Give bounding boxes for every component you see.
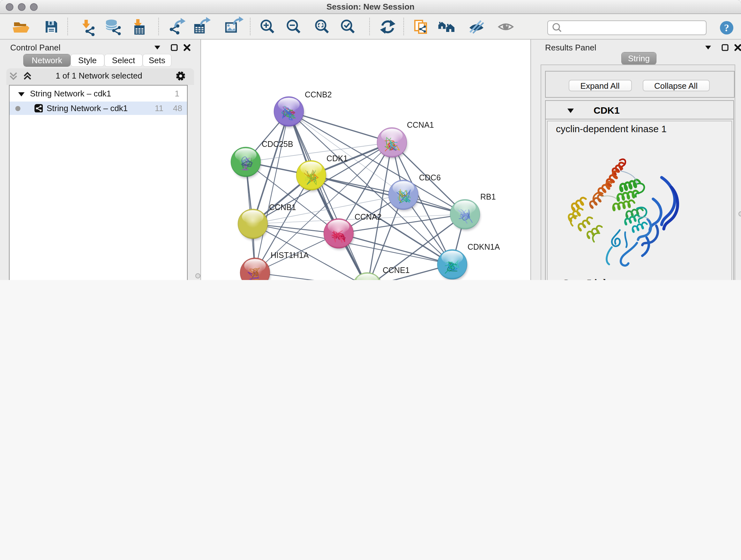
svg-text:CDK1: CDK1 <box>326 154 347 163</box>
svg-text:CCNE1: CCNE1 <box>382 266 409 274</box>
svg-text:CCNB1: CCNB1 <box>269 203 296 212</box>
svg-text:CCNB2: CCNB2 <box>305 90 332 99</box>
svg-text:CCNA2: CCNA2 <box>354 212 381 221</box>
svg-text:HIST1H1A: HIST1H1A <box>270 251 309 260</box>
svg-text:CDKN1A: CDKN1A <box>467 242 500 251</box>
svg-text:CDC6: CDC6 <box>419 173 441 182</box>
svg-text:CCNA1: CCNA1 <box>407 120 434 129</box>
svg-text:CDC25B: CDC25B <box>261 139 293 148</box>
svg-text:?: ? <box>724 22 729 34</box>
svg-text:RB1: RB1 <box>480 192 495 201</box>
